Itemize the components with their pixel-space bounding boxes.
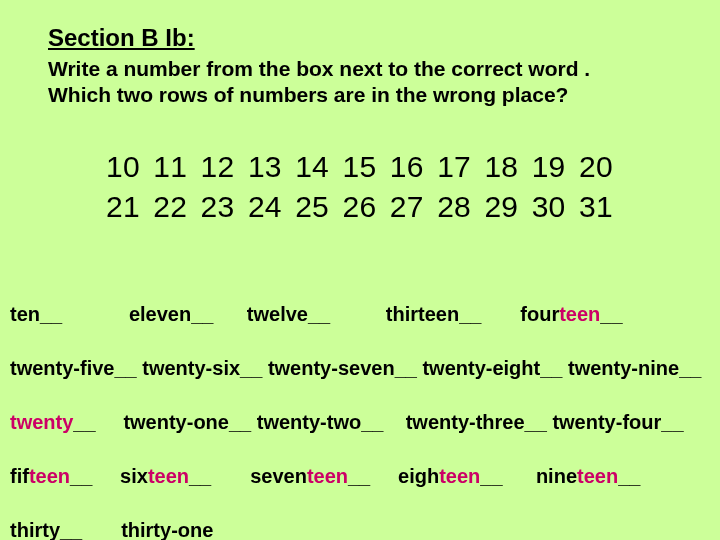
worksheet-page: Section B Ib: Write a number from the bo… [0,0,720,540]
blank[interactable]: __ [114,357,136,379]
word-twenty: twenty [10,411,73,433]
word-eigh: eigh [398,465,439,487]
blank[interactable]: __ [308,303,330,325]
teen-suffix: teen [29,465,70,487]
blank[interactable]: __ [480,465,502,487]
blank[interactable]: __ [191,303,213,325]
heading-block: Section B Ib: Write a number from the bo… [10,24,710,109]
blank[interactable]: __ [73,411,95,433]
word-thirty-one: thirty-one [121,519,213,541]
teen-suffix: teen [307,465,348,487]
blank[interactable]: __ [40,303,62,325]
blank[interactable]: __ [70,465,92,487]
word-twenty-six: twenty-six [142,357,240,379]
word-thirteen: thirteen [386,303,459,325]
blank[interactable]: __ [540,357,562,379]
blank[interactable]: __ [229,411,251,433]
word-row-4: fifteen__ sixteen__ seventeen__ eighteen… [10,463,710,490]
word-thirty: thirty [10,519,60,541]
blank[interactable]: __ [661,411,683,433]
blank[interactable]: __ [679,357,701,379]
word-eleven: eleven [129,303,191,325]
word-seven: seven [250,465,307,487]
word-twelve: twelve [247,303,308,325]
blank[interactable]: __ [459,303,481,325]
word-row-2: twenty-five__ twenty-six__ twenty-seven_… [10,355,710,382]
word-row-3: twenty__ twenty-one__ twenty-two__ twent… [10,409,710,436]
blank[interactable]: __ [361,411,383,433]
number-row-2: 21 22 23 24 25 26 27 28 29 30 31 [106,187,710,228]
word-row-1: ten__ eleven__ twelve__ thirteen__ fourt… [10,301,710,328]
word-twenty-seven: twenty-seven [268,357,395,379]
word-ten: ten [10,303,40,325]
word-twenty-nine: twenty-nine [568,357,679,379]
word-six: six [120,465,148,487]
word-list: ten__ eleven__ twelve__ thirteen__ fourt… [10,274,710,541]
word-four: four [520,303,559,325]
number-box: 10 11 12 13 14 15 16 17 18 19 20 21 22 2… [10,147,710,228]
teen-suffix: teen [439,465,480,487]
word-twenty-four: twenty-four [552,411,661,433]
blank[interactable]: __ [240,357,262,379]
teen-suffix: teen [559,303,600,325]
word-twenty-one: twenty-one [123,411,229,433]
word-fif: fif [10,465,29,487]
word-nine: nine [536,465,577,487]
blank[interactable]: __ [525,411,547,433]
blank[interactable]: __ [600,303,622,325]
blank[interactable]: __ [395,357,417,379]
word-twenty-five: twenty-five [10,357,114,379]
blank[interactable]: __ [189,465,211,487]
teen-suffix: teen [148,465,189,487]
section-title: Section B Ib: [48,24,710,52]
instruction-line-1: Write a number from the box next to the … [48,56,710,82]
word-row-5: thirty__ thirty-one [10,517,710,541]
word-twenty-eight: twenty-eight [422,357,540,379]
blank[interactable]: __ [618,465,640,487]
word-twenty-two: twenty-two [257,411,361,433]
word-twenty-three: twenty-three [406,411,525,433]
instruction-line-2: Which two rows of numbers are in the wro… [48,82,710,108]
blank[interactable]: __ [348,465,370,487]
teen-suffix: teen [577,465,618,487]
blank[interactable]: __ [60,519,82,541]
number-row-1: 10 11 12 13 14 15 16 17 18 19 20 [106,147,710,188]
